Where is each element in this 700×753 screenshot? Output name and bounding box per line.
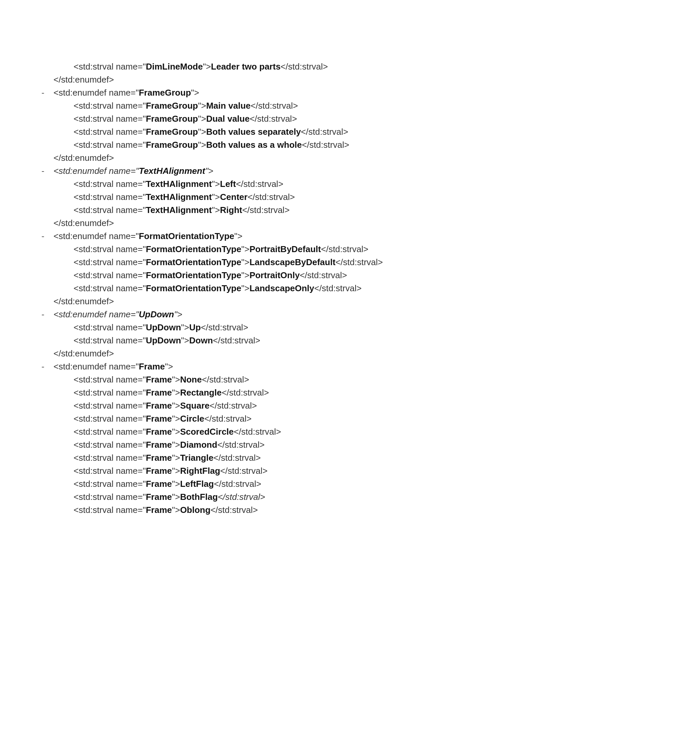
strval-name-attr: Frame [146, 440, 172, 450]
strval-text: Both values separately [206, 127, 301, 137]
strval-name-attr: TextHAlignment [146, 205, 212, 215]
strval-text: LandscapeByDefault [250, 257, 336, 267]
collapse-toggle[interactable]: - [41, 360, 53, 373]
strval-name-attr: FrameGroup [146, 101, 198, 111]
strval-name-attr: TextHAlignment [146, 179, 212, 189]
collapse-toggle[interactable]: - [41, 164, 53, 178]
strval-line: <std:strval name="TextHAlignment">Center… [33, 191, 700, 204]
strval-line: <std:strval name="Frame">LeftFlag</std:s… [33, 478, 700, 491]
strval-text: Main value [206, 101, 250, 111]
strval-text: LeftFlag [180, 479, 214, 489]
enum-name: FormatOrientationType [139, 231, 234, 241]
strval-line: <std:strval name="Frame">Square</std:str… [33, 399, 700, 412]
strval-name-attr: DimLineMode [146, 61, 203, 72]
strval-line: <std:strval name="Frame">Circle</std:str… [33, 412, 700, 425]
strval-name-attr: Frame [146, 414, 172, 423]
strval-line: <std:strval name="TextHAlignment">Right<… [33, 204, 700, 217]
strval-name-attr: FormatOrientationType [146, 283, 241, 293]
strval-name-attr: Frame [146, 492, 172, 502]
strval-text: Rectangle [180, 387, 222, 398]
enumdef-close: </std:enumdef> [33, 73, 700, 86]
strval-text: Square [180, 401, 209, 411]
enumdef-open-TextHAlignment: -<std:enumdef name="TextHAlignment"> [33, 164, 700, 178]
enumdef-open-tag: <std:enumdef name="FormatOrientationType… [53, 231, 242, 241]
strval-line: <std:strval name="Frame">Rectangle</std:… [33, 386, 700, 399]
strval-line: <std:strval name="UpDown">Down</std:strv… [33, 334, 700, 347]
xml-tree: <std:strval name="DimLineMode">Leader tw… [33, 60, 700, 517]
strval-name-attr: Frame [146, 505, 172, 515]
strval-line: <std:strval name="DimLineMode">Leader tw… [33, 60, 700, 73]
enumdef-open-tag: <std:enumdef name="UpDown"> [53, 309, 182, 319]
strval-name-attr: Frame [146, 479, 172, 489]
strval-text: RightFlag [180, 466, 220, 476]
strval-name-attr: FormatOrientationType [146, 270, 241, 280]
strval-text: Circle [180, 414, 204, 423]
strval-text: Oblong [180, 505, 210, 515]
enumdef-close: </std:enumdef> [33, 295, 700, 308]
strval-text: LandscapeOnly [250, 283, 314, 293]
strval-text: Both values as a whole [206, 140, 302, 150]
strval-name-attr: FormatOrientationType [146, 244, 241, 254]
strval-name-attr: UpDown [146, 335, 181, 345]
strval-name-attr: TextHAlignment [146, 192, 212, 202]
strval-text: Center [220, 192, 247, 202]
enumdef-open-FormatOrientationType: -<std:enumdef name="FormatOrientationTyp… [33, 230, 700, 243]
enumdef-open-UpDown: -<std:enumdef name="UpDown"> [33, 308, 700, 321]
enumdef-open-tag: <std:enumdef name="FrameGroup"> [53, 87, 199, 98]
strval-line: <std:strval name="Frame">RightFlag</std:… [33, 464, 700, 478]
enumdef-close: </std:enumdef> [33, 347, 700, 360]
strval-name-attr: Frame [146, 375, 172, 384]
enum-name: Frame [139, 361, 165, 372]
enum-name: UpDown [139, 309, 174, 319]
strval-line: <std:strval name="Frame">Triangle</std:s… [33, 451, 700, 464]
enum-name: FrameGroup [139, 87, 191, 98]
enumdef-open-tag: <std:enumdef name="TextHAlignment"> [53, 166, 213, 176]
strval-text: Left [220, 179, 236, 189]
strval-text: BothFlag [180, 492, 218, 502]
strval-line: <std:strval name="FormatOrientationType"… [33, 269, 700, 282]
enumdef-close: </std:enumdef> [33, 152, 700, 164]
enumdef-open-Frame: -<std:enumdef name="Frame"> [33, 360, 700, 373]
strval-name-attr: Frame [146, 453, 172, 463]
strval-line: <std:strval name="FrameGroup">Main value… [33, 99, 700, 112]
strval-line: <std:strval name="UpDown">Up</std:strval… [33, 321, 700, 334]
strval-text: None [180, 375, 202, 384]
enumdef-open-tag: <std:enumdef name="Frame"> [53, 361, 173, 372]
strval-name-attr: Frame [146, 387, 172, 398]
strval-name-attr: Frame [146, 401, 172, 411]
strval-name-attr: FormatOrientationType [146, 257, 241, 267]
strval-line: <std:strval name="TextHAlignment">Left</… [33, 178, 700, 191]
strval-line: <std:strval name="FrameGroup">Both value… [33, 138, 700, 152]
strval-name-attr: UpDown [146, 322, 181, 332]
strval-name-attr: FrameGroup [146, 140, 198, 150]
collapse-toggle[interactable]: - [41, 86, 53, 99]
strval-text: Diamond [180, 440, 217, 450]
strval-name-attr: FrameGroup [146, 127, 198, 137]
strval-name-attr: Frame [146, 426, 172, 437]
strval-line: <std:strval name="FormatOrientationType"… [33, 282, 700, 295]
strval-text: ScoredCircle [180, 426, 233, 437]
strval-text: Up [189, 322, 201, 332]
strval-name-attr: Frame [146, 466, 172, 476]
strval-text: Leader two parts [211, 61, 281, 72]
strval-line: <std:strval name="Frame">Oblong</std:str… [33, 503, 700, 517]
strval-line: <std:strval name="Frame">ScoredCircle</s… [33, 425, 700, 438]
strval-line: <std:strval name="FrameGroup">Both value… [33, 125, 700, 138]
strval-text: Down [189, 335, 213, 345]
strval-line: <std:strval name="FormatOrientationType"… [33, 256, 700, 269]
collapse-toggle[interactable]: - [41, 230, 53, 243]
strval-line: <std:strval name="Frame">Diamond</std:st… [33, 438, 700, 451]
strval-text: PortraitOnly [250, 270, 300, 280]
strval-name-attr: FrameGroup [146, 114, 198, 124]
strval-text: PortraitByDefault [250, 244, 321, 254]
strval-text: Right [220, 205, 242, 215]
strval-line: <std:strval name="Frame">None</std:strva… [33, 373, 700, 386]
enumdef-open-FrameGroup: -<std:enumdef name="FrameGroup"> [33, 86, 700, 99]
strval-text: Dual value [206, 114, 250, 124]
collapse-toggle[interactable]: - [41, 308, 53, 321]
strval-line: <std:strval name="FormatOrientationType"… [33, 243, 700, 256]
strval-line: <std:strval name="Frame">BothFlag</std:s… [33, 491, 700, 503]
enum-name: TextHAlignment [139, 166, 205, 176]
strval-line: <std:strval name="FrameGroup">Dual value… [33, 112, 700, 125]
enumdef-close: </std:enumdef> [33, 217, 700, 230]
